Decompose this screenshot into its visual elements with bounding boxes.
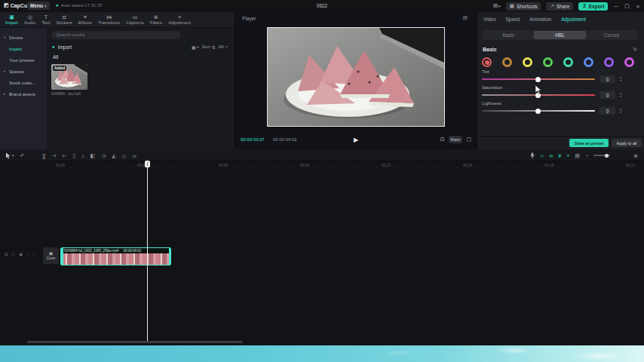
video-preview[interactable] <box>267 27 445 127</box>
apply-to-all-button[interactable]: Apply to all <box>612 139 642 147</box>
hue-magenta[interactable] <box>624 57 634 67</box>
delete-button[interactable]: ▯ <box>73 153 76 158</box>
hue-green[interactable] <box>543 57 553 67</box>
tint-value[interactable]: 0 <box>600 75 615 83</box>
tab-adjustment-panel[interactable]: Adjustment <box>561 17 586 22</box>
magnet-toggle[interactable]: ∩ <box>540 153 544 158</box>
mirror-button[interactable]: ◧ <box>90 153 96 158</box>
expand-track-icon[interactable]: ⊡ <box>5 252 8 256</box>
sidebar-label: Import <box>9 47 22 51</box>
tab-animation[interactable]: Animation <box>529 17 551 22</box>
monitor-icon[interactable]: ▤ <box>575 153 580 158</box>
sidebar-item-stock-materials[interactable]: Stock mate... <box>0 77 47 88</box>
zoom-fit-button[interactable]: ⊗ <box>633 153 638 158</box>
share-button[interactable]: ↗ Share <box>546 2 573 11</box>
hue-purple[interactable] <box>604 57 614 67</box>
tint-stepper[interactable]: ▴ ▾ <box>618 75 624 83</box>
timeline-zoom-slider[interactable] <box>593 155 610 156</box>
tint-slider-handle[interactable] <box>535 77 541 82</box>
hue-blue[interactable] <box>584 57 593 67</box>
playhead-line[interactable] <box>147 161 148 341</box>
export-button[interactable]: ↥ Export <box>578 2 608 11</box>
reset-icon[interactable]: ↻ <box>633 47 637 53</box>
tab-captions[interactable]: ▭ Captions <box>126 14 144 25</box>
lightness-slider[interactable] <box>482 110 595 112</box>
crop-button[interactable]: ▱ <box>132 153 136 158</box>
record-voiceover-icon[interactable] <box>530 152 535 159</box>
preview-axis-toggle[interactable]: + <box>566 153 569 158</box>
tab-speed[interactable]: Speed <box>506 17 520 22</box>
saturation-stepper[interactable]: ▴ ▾ <box>618 91 624 99</box>
lightness-stepper[interactable]: ▴ ▾ <box>618 107 624 115</box>
split-button[interactable]: ][ <box>42 153 45 158</box>
minimize-button[interactable]: ─ <box>613 4 618 9</box>
stepper-down-icon[interactable]: ▾ <box>620 79 621 82</box>
preview-scale-icon[interactable]: ⊡ <box>440 137 445 143</box>
sidebar-item-brand-assets[interactable]: ▸ Brand assets <box>0 88 47 100</box>
delete-left-button[interactable]: ⊣ <box>51 153 56 158</box>
hue-mint[interactable] <box>563 57 573 67</box>
filter-button[interactable]: All ▽ <box>219 44 228 49</box>
subtab-hsl[interactable]: HSL <box>534 31 585 39</box>
tint-slider[interactable] <box>482 78 595 80</box>
fullscreen-icon[interactable]: ▢ <box>466 137 471 143</box>
subtab-basic[interactable]: Basic <box>483 31 534 39</box>
stepper-down-icon[interactable]: ▾ <box>620 95 621 98</box>
tab-adjustment[interactable]: ≡ Adjustment <box>168 14 191 25</box>
lightness-slider-handle[interactable] <box>535 109 541 114</box>
player-view-icon[interactable]: ▤ <box>462 15 468 21</box>
timeline-clip[interactable]: 5243884-hd_1920_1080_25fps.mp4 00:00:04:… <box>60 247 171 265</box>
view-mode-button[interactable]: ▦ ▾ <box>192 44 199 50</box>
tab-stickers[interactable]: ◘ Stickers <box>56 14 72 25</box>
stepper-down-icon[interactable]: ▾ <box>620 111 621 114</box>
lock-track-icon[interactable]: ◻ <box>12 252 16 256</box>
tab-audio[interactable]: ◎ Audio <box>24 14 35 25</box>
menu-button[interactable]: Menu ▾ <box>27 2 50 10</box>
display-mode-button[interactable]: ▤ ▾ <box>493 3 501 9</box>
shortcuts-button[interactable]: ▦ Shortcuts <box>506 2 541 11</box>
subtab-curves[interactable]: Curves <box>586 31 637 39</box>
hue-red[interactable] <box>482 57 492 67</box>
close-button[interactable]: × <box>636 4 640 9</box>
keyframe-button[interactable]: ◇ <box>122 153 126 158</box>
link-toggle[interactable]: ∞ <box>549 153 553 158</box>
tab-text[interactable]: T Text <box>41 14 50 25</box>
playhead-handle[interactable] <box>145 161 150 167</box>
sidebar-item-spaces[interactable]: ▸ Spaces <box>0 66 47 77</box>
media-thumbnail[interactable]: Added <box>51 64 87 90</box>
saturation-value[interactable]: 0 <box>600 91 615 99</box>
horizontal-scrollbar[interactable] <box>27 341 243 343</box>
lightness-value[interactable]: 0 <box>600 107 615 115</box>
select-tool-button[interactable]: ▾ <box>5 152 14 159</box>
tab-transitions[interactable]: ⋈ Transitions <box>98 14 120 25</box>
timer-icon[interactable]: ◔ <box>585 153 588 158</box>
delete-right-button[interactable]: ⊢ <box>62 153 66 158</box>
speed-button[interactable]: ◷ <box>101 153 106 158</box>
tab-video[interactable]: Video <box>483 17 496 22</box>
more-icon[interactable]: ⋯ <box>32 252 37 256</box>
tab-effects[interactable]: ✶ Effects <box>78 14 92 25</box>
sidebar-item-device[interactable]: ▾ Device <box>0 32 47 43</box>
sidebar-item-import[interactable]: Import <box>0 43 47 54</box>
mute-track-icon[interactable]: ♪ <box>26 252 29 256</box>
tab-import[interactable]: ▣ Import <box>5 14 18 25</box>
mute-button[interactable]: ♪ <box>81 153 84 158</box>
zoom-slider-handle[interactable] <box>605 154 609 158</box>
save-as-preset-button[interactable]: Save as preset <box>569 139 609 147</box>
maximize-button[interactable]: ▢ <box>624 3 630 9</box>
tab-filters[interactable]: ⊛ Filters <box>150 14 162 25</box>
tab-label: Import <box>5 20 18 25</box>
snap-toggle[interactable]: # <box>558 153 561 158</box>
search-input[interactable]: Search media <box>51 31 181 39</box>
sidebar-item-your-presets[interactable]: Your presets <box>0 54 47 66</box>
undo-button[interactable]: ↶ <box>20 153 25 158</box>
hue-yellow[interactable] <box>523 57 532 67</box>
play-button[interactable]: ▶ <box>354 137 358 143</box>
hue-orange[interactable] <box>502 57 512 67</box>
all-media-tab[interactable]: All <box>53 54 58 60</box>
ratio-button[interactable]: Ratio <box>449 136 463 143</box>
mask-button[interactable]: ◭ <box>112 153 116 158</box>
hide-track-icon[interactable]: ◉ <box>19 252 23 256</box>
cover-button[interactable]: ▣ Cover <box>43 247 59 264</box>
sort-button[interactable]: Sort ⇅ <box>202 44 216 50</box>
